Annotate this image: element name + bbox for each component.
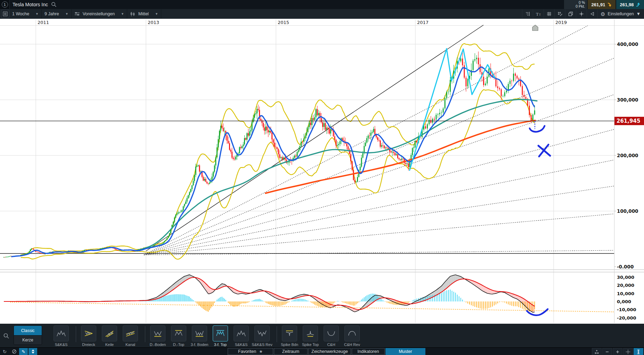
x-axis-year-label: 2015 bbox=[278, 20, 289, 25]
pattern-label: S&K&S bbox=[55, 342, 68, 347]
macd-axis-label: 10,000 bbox=[617, 291, 634, 296]
pattern-button-f3-top[interactable]: 3-f. Top bbox=[213, 325, 228, 347]
presets-dropdown[interactable]: Voreinstellungen ▼ bbox=[72, 9, 127, 18]
chart-application-window: 1 Tesla Motors Inc 0 % 0 Pkt. 261,91 261… bbox=[0, 0, 644, 355]
range-dropdown[interactable]: 9 Jahre ▼ bbox=[42, 9, 72, 18]
chevron-down-icon: ▼ bbox=[121, 12, 124, 16]
chart-style-classic-button[interactable]: Classic bbox=[14, 326, 42, 335]
pattern-label: Keile bbox=[105, 342, 114, 347]
ask-up-arrow-icon bbox=[636, 2, 640, 7]
widget-number-badge[interactable]: 1 bbox=[0, 0, 10, 9]
chart-canvas[interactable]: 20112013201520172019400,000300,000200,00… bbox=[0, 19, 644, 324]
pattern-label: C&H Rev bbox=[344, 342, 360, 347]
pattern-label: S&K&S bbox=[235, 342, 248, 347]
autoscale-icon[interactable] bbox=[634, 348, 643, 355]
interval-dropdown[interactable]: 1 Woche ▼ bbox=[9, 9, 42, 18]
pointer-icon[interactable] bbox=[587, 9, 597, 18]
sks-icon bbox=[54, 325, 69, 341]
macd-axis-label: -20,000 bbox=[617, 315, 636, 321]
tab-label: Muster bbox=[399, 349, 412, 354]
layers-icon[interactable] bbox=[565, 9, 576, 18]
svg-text:T: T bbox=[539, 13, 541, 16]
last-price-badge-text: 261,945 bbox=[617, 118, 640, 124]
pattern-button-sks-rev[interactable]: S&K&S Rev bbox=[254, 325, 270, 347]
pattern-button-dreieck[interactable]: Dreieck bbox=[81, 325, 96, 347]
pattern-button-f3-boden[interactable]: 3-f. Boden bbox=[192, 325, 207, 347]
block-icon[interactable] bbox=[10, 348, 18, 355]
pattern-search-icon[interactable] bbox=[3, 333, 9, 339]
ask-quote[interactable]: 261,98 bbox=[616, 0, 644, 9]
pattern-button-d-top[interactable]: D.-Top bbox=[171, 325, 186, 347]
refresh-icon[interactable]: ↻ bbox=[0, 348, 9, 355]
y-axis-price-label: -0.000 bbox=[617, 264, 634, 269]
zoom-out-icon[interactable] bbox=[602, 348, 612, 355]
move-sort-icon[interactable] bbox=[28, 348, 37, 355]
pattern-label: D.-Top bbox=[173, 342, 184, 347]
tab-zeichenwerkzeuge[interactable]: Zeichenwerkzeuge bbox=[308, 348, 351, 355]
mittel-dropdown[interactable]: Mittel ▼ bbox=[127, 9, 161, 18]
pencil-tool-icon[interactable]: ✎ bbox=[19, 348, 28, 355]
macd-axis-label: 20,000 bbox=[617, 283, 634, 288]
presets-label: Voreinstellungen bbox=[83, 11, 115, 16]
f3-boden-icon bbox=[192, 325, 207, 341]
macd-axis-label: 30,000 bbox=[617, 275, 634, 280]
watchlist-icon[interactable] bbox=[1, 10, 9, 18]
grid-edit-icon[interactable] bbox=[554, 9, 565, 18]
pattern-button-d-boden[interactable]: D.-Boden bbox=[150, 325, 165, 347]
crosshair-zoom-icon[interactable] bbox=[623, 348, 633, 355]
y-axis-price-label: 400,000 bbox=[617, 41, 638, 47]
pattern-button-spike-bdn[interactable]: Spike Bdn bbox=[282, 325, 297, 347]
pattern-button-sks[interactable]: S&K&S bbox=[234, 325, 249, 347]
chevron-down-icon: ▼ bbox=[636, 11, 641, 16]
pattern-label: Spike Bdn bbox=[281, 342, 298, 347]
pattern-label: D.-Boden bbox=[150, 342, 166, 347]
dreieck-icon bbox=[81, 325, 96, 341]
title-bar: 1 Tesla Motors Inc 0 % 0 Pkt. 261,91 261… bbox=[0, 0, 644, 9]
pattern-button-spike-top[interactable]: Spike Top bbox=[303, 325, 318, 347]
gear-icon: ⚙ bbox=[601, 11, 605, 17]
d-top-icon bbox=[171, 325, 186, 341]
status-tabs: Favoriten ★ Zeitraum Zeichenwerkzeuge In… bbox=[228, 348, 425, 355]
ch-icon bbox=[324, 325, 339, 341]
tab-zeitraum[interactable]: Zeitraum bbox=[274, 348, 308, 355]
fit-horizontal-icon[interactable] bbox=[592, 348, 602, 355]
chart-style-switch: Classic Kerze bbox=[14, 325, 42, 345]
bid-quote[interactable]: 261,91 bbox=[588, 0, 616, 9]
group-separator bbox=[277, 326, 277, 342]
chevron-down-icon: ▼ bbox=[65, 12, 68, 16]
settings-label: Einstellungen bbox=[608, 11, 634, 16]
macd-axis-label: 0,000 bbox=[617, 299, 631, 304]
pattern-label: S&K&S Rev bbox=[252, 342, 272, 347]
spike-bdn-icon bbox=[282, 325, 297, 341]
settings-button[interactable]: ⚙ Einstellungen ▼ bbox=[597, 9, 644, 18]
price-scale-icon[interactable] bbox=[522, 9, 533, 18]
zoom-in-icon[interactable] bbox=[613, 348, 622, 355]
svg-text:T: T bbox=[536, 11, 539, 17]
d-boden-icon bbox=[150, 325, 165, 341]
tab-muster[interactable]: Muster bbox=[385, 348, 425, 355]
search-icon[interactable] bbox=[51, 2, 57, 7]
text-tool-icon[interactable]: T T bbox=[533, 9, 544, 18]
y-axis-price-label: 100,000 bbox=[617, 208, 638, 214]
pattern-button-kanal[interactable]: Kanal bbox=[123, 325, 138, 347]
chart-style-kerze-button[interactable]: Kerze bbox=[14, 335, 42, 345]
tab-favoriten[interactable]: Favoriten ★ bbox=[228, 348, 273, 355]
instrument-title: Tesla Motors Inc bbox=[13, 2, 48, 7]
crosshair-icon[interactable] bbox=[576, 9, 587, 18]
star-icon: ★ bbox=[259, 349, 263, 354]
tab-label: Indikatoren bbox=[358, 349, 379, 354]
tab-label: Zeichenwerkzeuge bbox=[311, 349, 348, 354]
tab-indikatoren[interactable]: Indikatoren bbox=[352, 348, 385, 355]
grid-icon[interactable] bbox=[544, 9, 554, 18]
chevron-down-icon: ▼ bbox=[155, 12, 158, 16]
status-bar: ↻ ✎ Favoriten ★ Zeitraum Zeichenwerkzeug bbox=[0, 347, 644, 355]
pattern-button-keile[interactable]: Keile bbox=[102, 325, 117, 347]
pattern-button-ch[interactable]: C&H bbox=[324, 325, 339, 347]
spike-top-icon bbox=[303, 325, 318, 341]
y-axis-price-label: 300,000 bbox=[617, 97, 638, 103]
f3-top-icon bbox=[213, 325, 228, 341]
x-axis-year-label: 2013 bbox=[148, 20, 159, 25]
tab-label: Favoriten bbox=[238, 349, 256, 354]
pattern-button-sks[interactable]: S&K&S bbox=[54, 325, 69, 347]
pattern-button-ch-rev[interactable]: C&H Rev bbox=[344, 325, 360, 347]
